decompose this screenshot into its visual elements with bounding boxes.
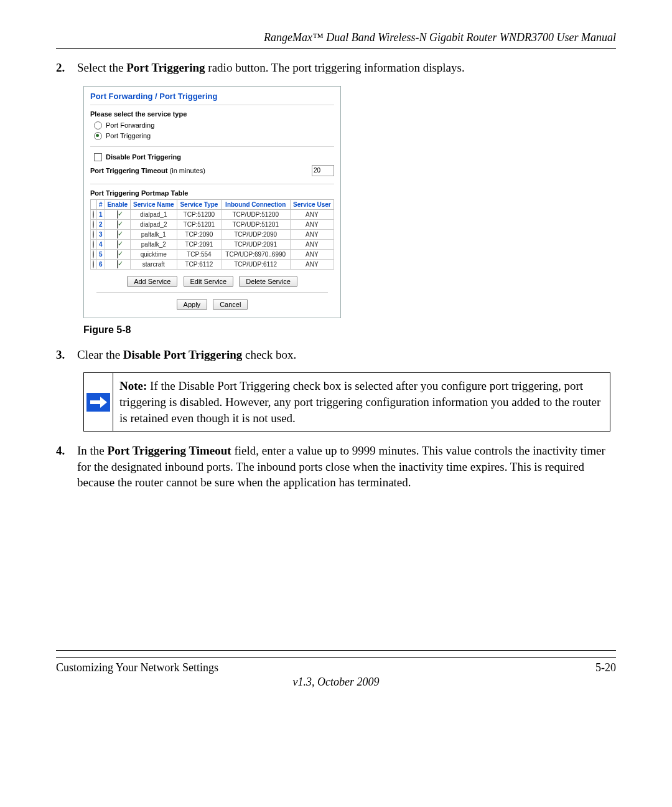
row-enable[interactable] — [105, 259, 130, 269]
radio-icon[interactable] — [94, 132, 102, 140]
portmap-table-title: Port Triggering Portmap Table — [90, 189, 334, 197]
footer-rule-2 — [56, 657, 616, 658]
arrow-right-icon — [86, 393, 110, 412]
checkbox-icon[interactable] — [94, 153, 102, 161]
checkbox-icon[interactable] — [117, 210, 118, 219]
step-number: 4. — [56, 443, 77, 491]
row-service-name: dialpad_2 — [130, 219, 177, 229]
row-service-user: ANY — [290, 239, 334, 249]
page-header: RangeMax™ Dual Band Wireless-N Gigabit R… — [56, 31, 616, 44]
row-enable[interactable] — [105, 219, 130, 229]
panel-title: Port Forwarding / Port Triggering — [84, 87, 340, 103]
row-radio[interactable] — [91, 259, 97, 269]
footer-version: v1.3, October 2009 — [56, 676, 616, 689]
row-service-user: ANY — [290, 229, 334, 239]
row-radio[interactable] — [91, 219, 97, 229]
row-radio[interactable] — [91, 239, 97, 249]
row-radio[interactable] — [91, 229, 97, 239]
note-icon-cell — [84, 373, 113, 431]
table-row: 6starcraftTCP:6112TCP/UDP:6112ANY — [91, 259, 334, 269]
footer: Customizing Your Network Settings 5-20 — [56, 661, 616, 674]
cancel-button[interactable]: Cancel — [213, 299, 248, 310]
row-inbound: TCP/UDP:2091 — [221, 239, 290, 249]
note-label: Note: — [119, 379, 147, 392]
checkbox-icon[interactable] — [117, 250, 118, 258]
row-service-type: TCP:2090 — [177, 229, 222, 239]
row-service-name: quicktime — [130, 249, 177, 259]
checkbox-icon[interactable] — [117, 220, 118, 229]
apply-button[interactable]: Apply — [177, 299, 208, 310]
radio-icon[interactable] — [93, 260, 94, 268]
row-inbound: TCP/UDP:51200 — [221, 209, 290, 219]
router-settings-panel: Port Forwarding / Port Triggering Please… — [83, 86, 341, 318]
row-index: 4 — [96, 239, 105, 249]
portmap-table: # Enable Service Name Service Type Inbou… — [90, 199, 334, 270]
panel-divider — [90, 184, 334, 184]
step-bold: Port Triggering Timeout — [108, 444, 231, 457]
step-body: In the Port Triggering Timeout field, en… — [77, 443, 616, 491]
figure-caption: Figure 5-8 — [83, 324, 616, 336]
row-service-name: paltalk_1 — [130, 229, 177, 239]
footer-rule-1 — [56, 650, 616, 651]
step-bold: Disable Port Triggering — [123, 348, 242, 361]
footer-section: Customizing Your Network Settings — [56, 661, 218, 674]
col-service-name: Service Name — [130, 199, 177, 209]
col-enable: Enable — [105, 199, 130, 209]
row-enable[interactable] — [105, 209, 130, 219]
row-radio[interactable] — [91, 249, 97, 259]
row-radio[interactable] — [91, 209, 97, 219]
row-service-name: starcraft — [130, 259, 177, 269]
radio-port-triggering[interactable]: Port Triggering — [90, 131, 334, 141]
step-3: 3. Clear the Disable Port Triggering che… — [56, 347, 616, 363]
note-body: If the Disable Port Triggering check box… — [119, 379, 600, 424]
col-select — [91, 199, 97, 209]
row-service-type: TCP:51201 — [177, 219, 222, 229]
row-service-user: ANY — [290, 259, 334, 269]
radio-port-forwarding[interactable]: Port Forwarding — [90, 120, 334, 131]
checkbox-icon[interactable] — [117, 240, 118, 248]
col-service-user: Service User — [290, 199, 334, 209]
radio-icon[interactable] — [93, 250, 94, 258]
table-row: 2dialpad_2TCP:51201TCP/UDP:51201ANY — [91, 219, 334, 229]
radio-label: Port Forwarding — [106, 121, 154, 129]
service-type-label: Please select the service type — [90, 110, 334, 118]
row-enable[interactable] — [105, 239, 130, 249]
row-inbound: TCP/UDP:51201 — [221, 219, 290, 229]
panel-divider — [96, 292, 328, 293]
header-rule — [56, 48, 616, 49]
row-inbound: TCP/UDP:6970..6990 — [221, 249, 290, 259]
step-body: Select the Port Triggering radio button.… — [77, 60, 616, 76]
delete-service-button[interactable]: Delete Service — [239, 276, 297, 287]
checkbox-icon[interactable] — [117, 260, 118, 268]
row-enable[interactable] — [105, 229, 130, 239]
add-service-button[interactable]: Add Service — [127, 276, 177, 287]
timeout-input[interactable]: 20 — [312, 165, 334, 176]
radio-icon[interactable] — [93, 230, 94, 238]
step-bold: Port Triggering — [126, 61, 205, 74]
disable-port-triggering-checkbox[interactable]: Disable Port Triggering — [90, 152, 334, 163]
radio-icon[interactable] — [93, 240, 94, 248]
row-service-name: dialpad_1 — [130, 209, 177, 219]
table-row: 1dialpad_1TCP:51200TCP/UDP:51200ANY — [91, 209, 334, 219]
edit-service-button[interactable]: Edit Service — [184, 276, 234, 287]
panel-divider — [90, 105, 334, 105]
checkbox-icon[interactable] — [117, 230, 118, 238]
step-text: In the — [77, 444, 108, 457]
note-text: Note: If the Disable Port Triggering che… — [113, 373, 610, 431]
col-inbound: Inbound Connection — [221, 199, 290, 209]
step-number: 3. — [56, 347, 77, 363]
radio-icon[interactable] — [94, 121, 102, 130]
row-service-type: TCP:554 — [177, 249, 222, 259]
step-4: 4. In the Port Triggering Timeout field,… — [56, 443, 616, 491]
radio-icon[interactable] — [93, 220, 94, 229]
footer-page: 5-20 — [595, 661, 616, 674]
col-service-type: Service Type — [177, 199, 222, 209]
step-text: check box. — [242, 348, 296, 361]
row-enable[interactable] — [105, 249, 130, 259]
radio-icon[interactable] — [93, 210, 94, 219]
row-service-type: TCP:2091 — [177, 239, 222, 249]
checkbox-label: Disable Port Triggering — [106, 153, 181, 161]
row-service-type: TCP:6112 — [177, 259, 222, 269]
step-text: Select the — [77, 61, 126, 74]
row-service-user: ANY — [290, 249, 334, 259]
